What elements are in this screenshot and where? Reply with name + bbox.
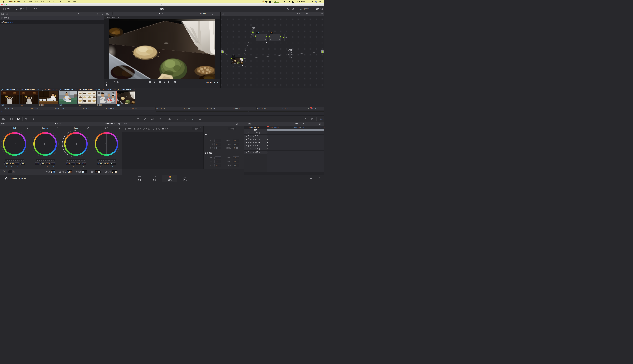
svg-text:+: + [142,128,143,129]
svg-text:i: i [322,118,322,120]
svg-text:+: + [134,128,134,129]
svg-text:+: + [153,128,153,129]
svg-text:M: M [276,1,277,2]
svg-text:3D: 3D [192,118,193,120]
svg-text:+: + [161,128,162,129]
svg-text:+: + [125,128,125,129]
svg-text:fx: fx [300,8,301,10]
